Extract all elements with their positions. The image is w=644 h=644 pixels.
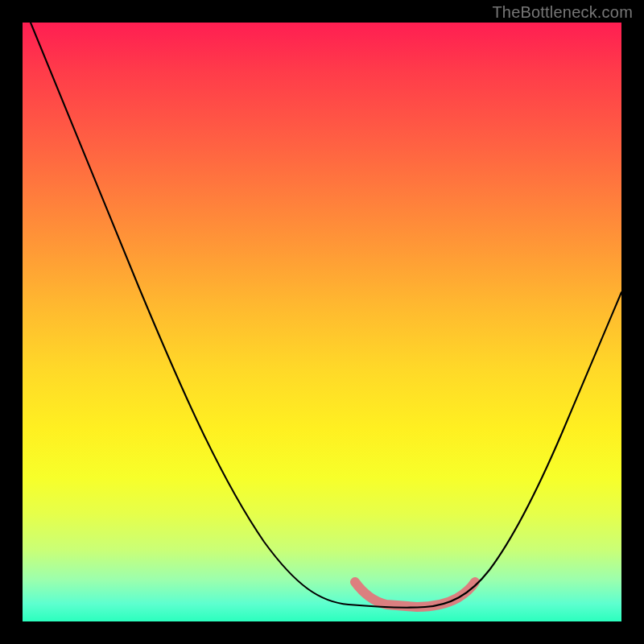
plot-gradient-background [23,23,621,621]
bottleneck-curve [31,23,621,608]
toleration-band-highlight [355,582,475,607]
chart-svg [23,23,621,621]
chart-frame: TheBottleneck.com [0,0,644,644]
watermark-label: TheBottleneck.com [492,3,633,22]
